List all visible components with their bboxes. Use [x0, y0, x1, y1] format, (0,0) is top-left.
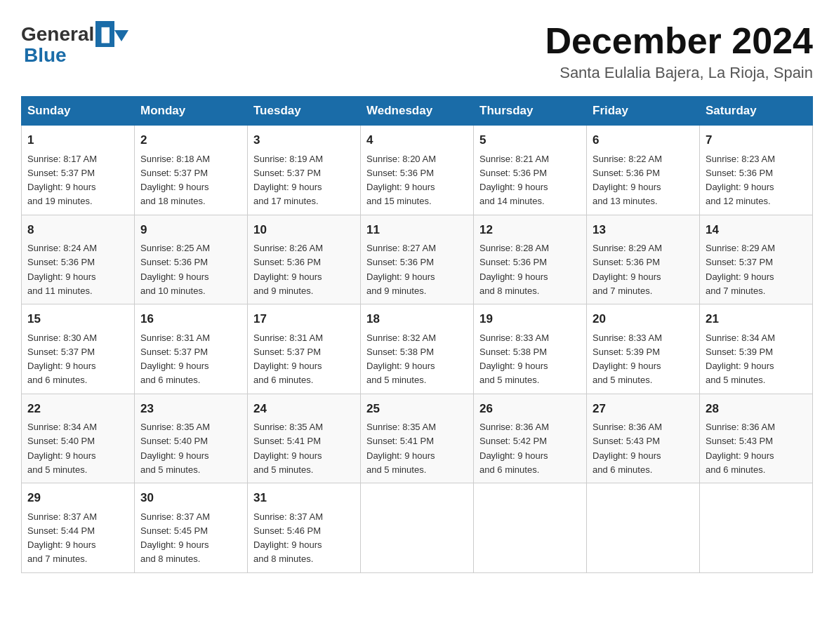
- calendar-cell: 29 Sunrise: 8:37 AMSunset: 5:44 PMDaylig…: [22, 483, 135, 573]
- day-info: Sunrise: 8:27 AMSunset: 5:36 PMDaylight:…: [366, 243, 436, 296]
- calendar-cell: 2 Sunrise: 8:18 AMSunset: 5:37 PMDayligh…: [135, 126, 248, 215]
- calendar-cell: [587, 483, 700, 573]
- day-info: Sunrise: 8:31 AMSunset: 5:37 PMDaylight:…: [253, 333, 323, 386]
- day-info: Sunrise: 8:30 AMSunset: 5:37 PMDaylight:…: [27, 333, 97, 386]
- calendar-cell: 9 Sunrise: 8:25 AMSunset: 5:36 PMDayligh…: [135, 215, 248, 304]
- day-number: 1: [27, 131, 128, 149]
- calendar-cell: 30 Sunrise: 8:37 AMSunset: 5:45 PMDaylig…: [135, 483, 248, 573]
- day-info: Sunrise: 8:37 AMSunset: 5:44 PMDaylight:…: [27, 511, 97, 565]
- day-number: 4: [366, 131, 468, 149]
- day-number: 30: [140, 489, 241, 507]
- calendar-cell: 14 Sunrise: 8:29 AMSunset: 5:37 PMDaylig…: [700, 215, 813, 304]
- title-area: December 2024 Santa Eulalia Bajera, La R…: [545, 21, 813, 82]
- day-info: Sunrise: 8:36 AMSunset: 5:43 PMDaylight:…: [593, 422, 662, 475]
- calendar-cell: 7 Sunrise: 8:23 AMSunset: 5:36 PMDayligh…: [700, 126, 813, 215]
- calendar-cell: 1 Sunrise: 8:17 AMSunset: 5:37 PMDayligh…: [22, 126, 135, 215]
- calendar-cell: 22 Sunrise: 8:34 AMSunset: 5:40 PMDaylig…: [22, 394, 135, 483]
- header-thursday: Thursday: [474, 97, 587, 126]
- day-number: 28: [706, 400, 807, 418]
- calendar-cell: [474, 483, 587, 573]
- calendar-week-row: 15 Sunrise: 8:30 AMSunset: 5:37 PMDaylig…: [22, 304, 813, 394]
- calendar-cell: 11 Sunrise: 8:27 AMSunset: 5:36 PMDaylig…: [361, 215, 474, 304]
- day-number: 6: [593, 131, 694, 149]
- day-info: Sunrise: 8:37 AMSunset: 5:45 PMDaylight:…: [140, 511, 210, 565]
- calendar-cell: 21 Sunrise: 8:34 AMSunset: 5:39 PMDaylig…: [700, 304, 813, 394]
- day-info: Sunrise: 8:18 AMSunset: 5:37 PMDaylight:…: [140, 154, 210, 207]
- day-info: Sunrise: 8:35 AMSunset: 5:40 PMDaylight:…: [140, 422, 210, 475]
- day-number: 24: [253, 400, 355, 418]
- day-info: Sunrise: 8:22 AMSunset: 5:36 PMDaylight:…: [593, 154, 662, 207]
- day-number: 14: [706, 221, 807, 239]
- calendar-cell: 31 Sunrise: 8:37 AMSunset: 5:46 PMDaylig…: [248, 483, 361, 573]
- day-info: Sunrise: 8:35 AMSunset: 5:41 PMDaylight:…: [253, 422, 323, 475]
- calendar-cell: 4 Sunrise: 8:20 AMSunset: 5:36 PMDayligh…: [361, 126, 474, 215]
- day-info: Sunrise: 8:37 AMSunset: 5:46 PMDaylight:…: [253, 511, 323, 565]
- day-info: Sunrise: 8:36 AMSunset: 5:43 PMDaylight:…: [706, 422, 775, 475]
- day-info: Sunrise: 8:24 AMSunset: 5:36 PMDaylight:…: [27, 243, 97, 296]
- calendar-week-row: 22 Sunrise: 8:34 AMSunset: 5:40 PMDaylig…: [22, 394, 813, 483]
- day-number: 29: [27, 489, 128, 507]
- calendar-cell: 10 Sunrise: 8:26 AMSunset: 5:36 PMDaylig…: [248, 215, 361, 304]
- day-number: 2: [140, 131, 241, 149]
- day-info: Sunrise: 8:34 AMSunset: 5:40 PMDaylight:…: [27, 422, 97, 475]
- logo-general-text: General: [21, 23, 94, 46]
- calendar-cell: 5 Sunrise: 8:21 AMSunset: 5:36 PMDayligh…: [474, 126, 587, 215]
- calendar-cell: 24 Sunrise: 8:35 AMSunset: 5:41 PMDaylig…: [248, 394, 361, 483]
- day-info: Sunrise: 8:34 AMSunset: 5:39 PMDaylight:…: [706, 333, 775, 386]
- day-info: Sunrise: 8:20 AMSunset: 5:36 PMDaylight:…: [366, 154, 436, 207]
- calendar-cell: 18 Sunrise: 8:32 AMSunset: 5:38 PMDaylig…: [361, 304, 474, 394]
- day-number: 17: [253, 310, 355, 328]
- day-number: 18: [366, 310, 468, 328]
- calendar-cell: 26 Sunrise: 8:36 AMSunset: 5:42 PMDaylig…: [474, 394, 587, 483]
- header-sunday: Sunday: [22, 97, 135, 126]
- day-info: Sunrise: 8:25 AMSunset: 5:36 PMDaylight:…: [140, 243, 210, 296]
- day-number: 10: [253, 221, 355, 239]
- day-number: 12: [479, 221, 581, 239]
- day-number: 11: [366, 221, 468, 239]
- day-number: 21: [706, 310, 807, 328]
- day-info: Sunrise: 8:36 AMSunset: 5:42 PMDaylight:…: [479, 422, 549, 475]
- day-number: 15: [27, 310, 128, 328]
- header-saturday: Saturday: [700, 97, 813, 126]
- day-info: Sunrise: 8:21 AMSunset: 5:36 PMDaylight:…: [479, 154, 549, 207]
- day-info: Sunrise: 8:33 AMSunset: 5:39 PMDaylight:…: [593, 333, 662, 386]
- calendar-week-row: 8 Sunrise: 8:24 AMSunset: 5:36 PMDayligh…: [22, 215, 813, 304]
- day-number: 31: [253, 489, 355, 507]
- calendar-header-row: Sunday Monday Tuesday Wednesday Thursday…: [22, 97, 813, 126]
- header-wednesday: Wednesday: [361, 97, 474, 126]
- header-friday: Friday: [587, 97, 700, 126]
- logo: General ▮ Blue: [21, 21, 128, 67]
- calendar-cell: [361, 483, 474, 573]
- calendar-cell: 3 Sunrise: 8:19 AMSunset: 5:37 PMDayligh…: [248, 126, 361, 215]
- header-tuesday: Tuesday: [248, 97, 361, 126]
- day-info: Sunrise: 8:29 AMSunset: 5:36 PMDaylight:…: [593, 243, 662, 296]
- day-info: Sunrise: 8:33 AMSunset: 5:38 PMDaylight:…: [479, 333, 549, 386]
- day-number: 23: [140, 400, 241, 418]
- day-info: Sunrise: 8:26 AMSunset: 5:36 PMDaylight:…: [253, 243, 323, 296]
- day-info: Sunrise: 8:29 AMSunset: 5:37 PMDaylight:…: [706, 243, 775, 296]
- calendar-week-row: 29 Sunrise: 8:37 AMSunset: 5:44 PMDaylig…: [22, 483, 813, 573]
- calendar-cell: 20 Sunrise: 8:33 AMSunset: 5:39 PMDaylig…: [587, 304, 700, 394]
- day-number: 13: [593, 221, 694, 239]
- calendar-cell: [700, 483, 813, 573]
- calendar-cell: 25 Sunrise: 8:35 AMSunset: 5:41 PMDaylig…: [361, 394, 474, 483]
- calendar-cell: 13 Sunrise: 8:29 AMSunset: 5:36 PMDaylig…: [587, 215, 700, 304]
- month-title: December 2024: [545, 21, 813, 61]
- calendar-cell: 28 Sunrise: 8:36 AMSunset: 5:43 PMDaylig…: [700, 394, 813, 483]
- logo-triangle-icon: [114, 30, 128, 41]
- calendar-cell: 15 Sunrise: 8:30 AMSunset: 5:37 PMDaylig…: [22, 304, 135, 394]
- day-number: 3: [253, 131, 355, 149]
- day-number: 20: [593, 310, 694, 328]
- day-info: Sunrise: 8:19 AMSunset: 5:37 PMDaylight:…: [253, 154, 323, 207]
- day-number: 27: [593, 400, 694, 418]
- day-info: Sunrise: 8:28 AMSunset: 5:36 PMDaylight:…: [479, 243, 549, 296]
- logo-blue-word: Blue: [24, 44, 128, 67]
- location-subtitle: Santa Eulalia Bajera, La Rioja, Spain: [545, 64, 813, 82]
- calendar-cell: 23 Sunrise: 8:35 AMSunset: 5:40 PMDaylig…: [135, 394, 248, 483]
- day-number: 19: [479, 310, 581, 328]
- header-monday: Monday: [135, 97, 248, 126]
- day-info: Sunrise: 8:23 AMSunset: 5:36 PMDaylight:…: [706, 154, 775, 207]
- day-number: 7: [706, 131, 807, 149]
- page-header: General ▮ Blue December 2024 Santa Eulal…: [21, 21, 813, 82]
- day-info: Sunrise: 8:17 AMSunset: 5:37 PMDaylight:…: [27, 154, 97, 207]
